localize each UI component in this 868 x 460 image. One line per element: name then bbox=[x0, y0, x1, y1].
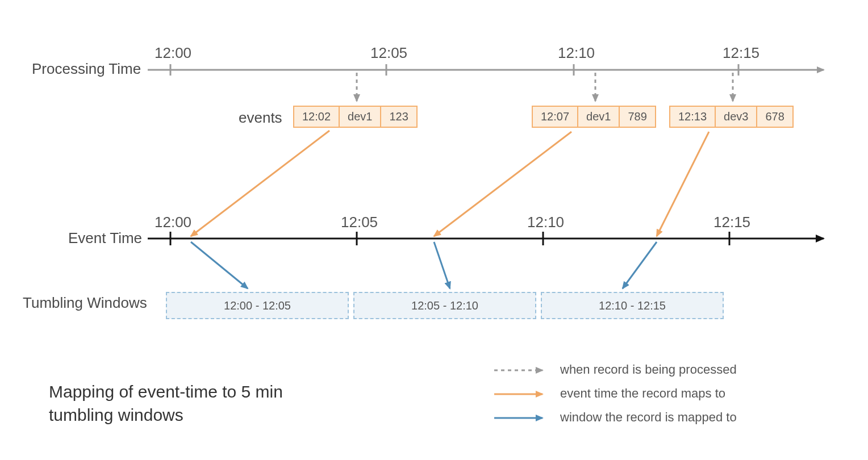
svg-line-17 bbox=[434, 242, 450, 288]
legend-event-time: event time the record maps to bbox=[560, 386, 725, 401]
legend-processed: when record is being processed bbox=[560, 362, 737, 377]
processing-time-label: Processing Time bbox=[32, 60, 141, 78]
proc-tick-3: 12:15 bbox=[723, 44, 760, 62]
event-record-2: 12:13 dev3 678 bbox=[669, 106, 794, 128]
event-value-cell: 678 bbox=[757, 107, 792, 127]
evt-tick-2: 12:10 bbox=[527, 214, 564, 231]
diagram-root: Processing Time Event Time Tumbling Wind… bbox=[0, 0, 868, 460]
svg-line-13 bbox=[191, 131, 329, 236]
event-device-cell: dev1 bbox=[578, 107, 620, 127]
event-value-cell: 123 bbox=[381, 107, 416, 127]
tumbling-window-0: 12:00 - 12:05 bbox=[166, 292, 349, 319]
tumbling-windows-label: Tumbling Windows bbox=[23, 294, 147, 312]
event-time-cell: 12:02 bbox=[294, 107, 340, 127]
event-value-cell: 789 bbox=[620, 107, 654, 127]
events-label: events bbox=[239, 109, 282, 127]
svg-line-18 bbox=[623, 242, 657, 288]
title-line-2: tumbling windows bbox=[49, 405, 183, 424]
legend-window: window the record is mapped to bbox=[560, 410, 737, 425]
event-device-cell: dev3 bbox=[716, 107, 757, 127]
tumbling-window-2: 12:10 - 12:15 bbox=[541, 292, 724, 319]
event-time-cell: 12:07 bbox=[533, 107, 578, 127]
title-line-1: Mapping of event-time to 5 min bbox=[49, 382, 283, 401]
diagram-title: Mapping of event-time to 5 min tumbling … bbox=[49, 380, 283, 426]
window-range-label: 12:05 - 12:10 bbox=[411, 299, 478, 312]
window-range-label: 12:00 - 12:05 bbox=[224, 299, 291, 312]
event-time-label: Event Time bbox=[68, 229, 142, 247]
event-record-0: 12:02 dev1 123 bbox=[293, 106, 418, 128]
event-device-cell: dev1 bbox=[340, 107, 381, 127]
window-range-label: 12:10 - 12:15 bbox=[599, 299, 666, 312]
event-record-1: 12:07 dev1 789 bbox=[532, 106, 656, 128]
evt-tick-0: 12:00 bbox=[155, 214, 191, 231]
event-time-cell: 12:13 bbox=[670, 107, 716, 127]
proc-tick-1: 12:05 bbox=[370, 44, 407, 62]
evt-tick-3: 12:15 bbox=[713, 214, 750, 231]
proc-tick-0: 12:00 bbox=[155, 44, 191, 62]
svg-line-15 bbox=[657, 132, 709, 236]
svg-line-16 bbox=[191, 242, 248, 288]
tumbling-window-1: 12:05 - 12:10 bbox=[353, 292, 536, 319]
proc-tick-2: 12:10 bbox=[558, 44, 595, 62]
evt-tick-1: 12:05 bbox=[341, 214, 378, 231]
